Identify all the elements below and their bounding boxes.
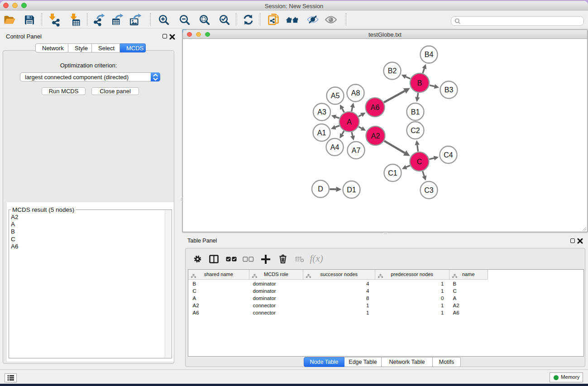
svg-text:A1: A1 xyxy=(317,129,326,137)
svg-text:A2: A2 xyxy=(371,132,380,140)
svg-text:B3: B3 xyxy=(445,86,454,94)
svg-text:C1: C1 xyxy=(388,169,397,177)
svg-text:A8: A8 xyxy=(351,89,360,97)
svg-text:D1: D1 xyxy=(347,186,356,194)
svg-text:A3: A3 xyxy=(317,108,326,116)
svg-text:B4: B4 xyxy=(425,51,434,58)
svg-text:C3: C3 xyxy=(424,186,434,194)
svg-text:B1: B1 xyxy=(411,108,420,116)
svg-text:A: A xyxy=(347,118,352,126)
svg-text:A6: A6 xyxy=(371,104,380,111)
svg-text:B2: B2 xyxy=(388,67,397,75)
svg-text:C2: C2 xyxy=(411,127,420,134)
svg-text:D: D xyxy=(318,185,323,193)
svg-text:C4: C4 xyxy=(444,151,453,159)
svg-text:B: B xyxy=(417,79,422,87)
svg-text:A5: A5 xyxy=(331,92,340,100)
svg-text:A7: A7 xyxy=(352,147,361,154)
svg-text:A4: A4 xyxy=(330,143,339,151)
svg-text:C: C xyxy=(417,158,422,166)
